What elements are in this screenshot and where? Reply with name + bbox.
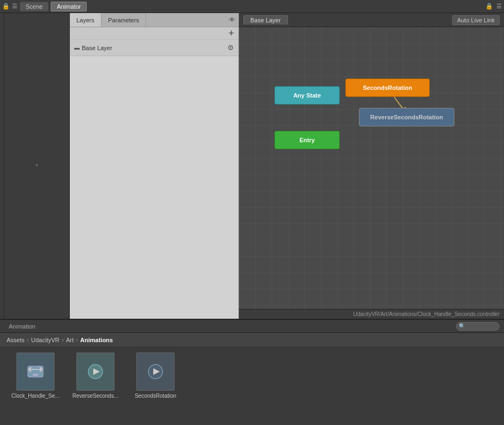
animator-canvas-panel: Base Layer Auto Live Link SecondsRotatio… [239,13,504,319]
left-sidebar [0,13,4,319]
mid-tabs: Layers Parameters 👁 [70,13,238,27]
asset-label-clock-handle: Clock_Handle_Se... [11,393,59,399]
asset-grid: Clock_Handle_Se... ReverseSeconds... Sec… [0,347,504,425]
layer-collapse-icon: ▬ [74,45,80,51]
bottom-toolbar: Animation 🔍 [0,320,504,333]
asset-item-seconds-rotation[interactable]: SecondsRotation [131,353,180,399]
node-reverse-seconds-rotation[interactable]: ReverseSecondsRotation [359,108,454,126]
bottom-tab-animation[interactable]: Animation [4,322,40,331]
node-any-state[interactable]: Any State [274,86,340,105]
status-path: UdacityVR/Art/Animations/Clock_Handle_Se… [353,311,500,317]
base-layer-tab[interactable]: Base Layer [243,15,288,25]
top-toolbar: 🔒 ☰ Scene Animator 🔒 ☰ [0,0,504,13]
search-bar[interactable]: 🔍 [456,322,500,331]
menu-icon-right: ☰ [496,3,502,10]
auto-live-link-button[interactable]: Auto Live Link [452,15,500,25]
tab-animator[interactable]: Animator [51,2,87,11]
base-layer-row[interactable]: ▬ Base Layer ⚙ [70,40,238,56]
node-entry[interactable]: Entry [274,131,340,149]
tab-scene[interactable]: Scene [20,2,49,11]
animator-header: Base Layer Auto Live Link [239,13,504,27]
breadcrumb-art[interactable]: Art [66,337,74,343]
mid-panel: Layers Parameters 👁 + ▬ Base Layer ⚙ [70,13,239,319]
breadcrumb-sep-3: › [76,336,78,344]
breadcrumb-udacity[interactable]: UdacityVR [31,337,59,343]
asset-thumb-seconds-rotation [136,353,175,391]
breadcrumb-sep-1: › [27,336,29,344]
breadcrumb-assets[interactable]: Assets [7,337,25,343]
tab-layers[interactable]: Layers [70,13,101,27]
add-layer-button[interactable]: + [226,28,236,38]
search-icon: 🔍 [459,323,465,329]
svg-rect-4 [33,374,38,376]
layer-gear-icon[interactable]: ⚙ [227,44,234,52]
asset-thumb-reverse-seconds [76,353,115,391]
controller-icon [26,362,45,381]
asset-label-seconds-rotation: SecondsRotation [135,393,176,399]
play-icon-seconds [146,362,165,381]
lock-icon: 🔒 [2,3,10,10]
asset-label-reverse-seconds: ReverseSeconds... [73,393,119,399]
canvas-area[interactable]: SecondsRotation Any State ReverseSeconds… [239,27,504,309]
main-layout: * Layers Parameters 👁 + ▬ Base Layer ⚙ B… [0,13,504,319]
mid-body [70,56,238,319]
bottom-panel: Animation 🔍 Assets › UdacityVR › Art › A… [0,319,504,425]
tab-parameters[interactable]: Parameters [101,13,146,27]
menu-icon: ☰ [12,3,17,10]
breadcrumb-animations[interactable]: Animations [80,337,113,343]
asset-thumb-clock-handle [16,353,55,391]
breadcrumb-sep-2: › [62,336,64,344]
layer-name: Base Layer [82,45,227,51]
lock-icon-right: 🔒 [485,3,493,10]
left-panel-label: * [36,163,38,169]
play-icon-reverse [86,362,105,381]
left-panel: * [4,13,70,319]
status-bar: UdacityVR/Art/Animations/Clock_Handle_Se… [239,309,504,319]
node-seconds-rotation[interactable]: SecondsRotation [345,78,430,97]
asset-item-reverse-seconds[interactable]: ReverseSeconds... [71,353,120,399]
asset-item-clock-handle[interactable]: Clock_Handle_Se... [11,353,60,399]
breadcrumb-path: Assets › UdacityVR › Art › Animations [0,333,504,347]
eye-icon[interactable]: 👁 [227,16,236,25]
grid-background [239,27,504,309]
